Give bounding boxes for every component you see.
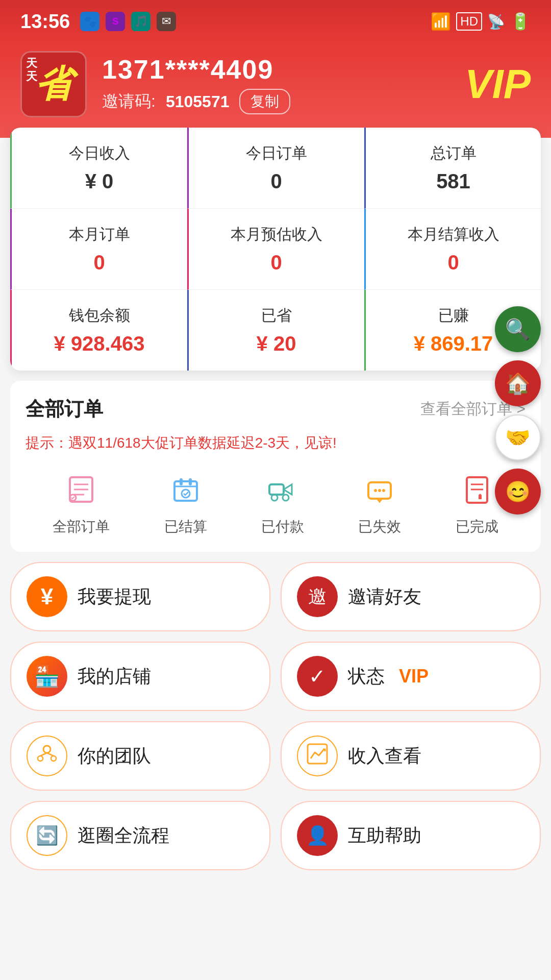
baidu-app-icon: 🐾 xyxy=(80,12,99,31)
svg-point-14 xyxy=(378,489,381,492)
svg-line-23 xyxy=(40,753,47,756)
shop-button[interactable]: 🏪 我的店铺 xyxy=(10,642,270,711)
stats-grid: 今日收入 ¥ 0 今日订单 0 总订单 581 本月订单 0 本月预估收入 0 … xyxy=(10,128,541,371)
invite-label: 邀请好友 xyxy=(348,584,421,609)
stat-today-income: 今日收入 ¥ 0 xyxy=(10,128,187,209)
vip-badge: VIP xyxy=(465,61,531,108)
stat-today-income-label: 今日收入 xyxy=(22,143,177,164)
battery-icon: 🔋 xyxy=(510,12,531,31)
browse-process-icon: 🔄 xyxy=(36,825,59,846)
home-float-button[interactable]: 🏠 xyxy=(495,360,541,406)
stat-today-orders-label: 今日订单 xyxy=(199,143,354,164)
stat-saved-label: 已省 xyxy=(199,305,354,326)
svg-point-8 xyxy=(182,489,190,498)
team-button[interactable]: 你的团队 xyxy=(10,721,270,791)
stat-month-estimated-value: 0 xyxy=(199,251,354,274)
order-tab-all[interactable]: 全部订单 xyxy=(53,469,110,536)
floating-buttons: 🔍 🏠 🤝 😊 xyxy=(495,306,541,514)
order-tab-settled-icon xyxy=(165,469,206,510)
team-icon xyxy=(35,742,59,770)
stats-row-1: 今日收入 ¥ 0 今日订单 0 总订单 581 xyxy=(10,128,541,209)
status-button[interactable]: ✓ 状态 VIP xyxy=(281,642,541,711)
yuan-icon: ¥ xyxy=(41,584,53,609)
status-label: 状态 xyxy=(348,664,385,689)
order-tab-paid[interactable]: 已付款 xyxy=(261,469,304,536)
order-tab-paid-label: 已付款 xyxy=(261,517,304,536)
order-tab-settled[interactable]: 已结算 xyxy=(164,469,207,536)
team-icon-wrap xyxy=(27,736,67,776)
wifi-icon: 📶 xyxy=(431,12,451,31)
shop-label: 我的店铺 xyxy=(78,664,151,689)
order-tab-all-icon xyxy=(61,469,102,510)
order-tabs: 全部订单 已结算 已付款 已失效 已完成 xyxy=(26,469,525,536)
orders-title: 全部订单 xyxy=(26,396,103,422)
order-tab-expired-label: 已失效 xyxy=(358,517,401,536)
signal-icon: 📡 xyxy=(487,13,505,30)
svg-point-15 xyxy=(382,489,385,492)
mail-app-icon: ✉ xyxy=(157,12,176,31)
svg-point-21 xyxy=(38,756,43,761)
svg-rect-6 xyxy=(180,478,183,485)
income-label: 收入查看 xyxy=(348,744,421,769)
browse-process-button[interactable]: 🔄 逛圈全流程 xyxy=(10,801,270,870)
copy-button[interactable]: 复制 xyxy=(239,89,290,114)
stat-total-orders-value: 581 xyxy=(376,170,531,193)
status-app-icons: 🐾 S 🎵 ✉ xyxy=(80,12,176,31)
stat-wallet-label: 钱包余额 xyxy=(22,305,177,326)
search-float-button[interactable]: 🔍 xyxy=(495,306,541,352)
mutual-help-icon-wrap: 👤 xyxy=(297,815,338,856)
handshake-float-button[interactable]: 🤝 xyxy=(495,414,541,460)
income-button[interactable]: 收入查看 xyxy=(281,721,541,791)
svg-rect-7 xyxy=(189,478,192,485)
bottom-partial-buttons: 🔄 逛圈全流程 👤 互助帮助 xyxy=(10,801,541,870)
status-time: 13:56 xyxy=(20,11,70,33)
withdraw-label: 我要提现 xyxy=(78,584,151,609)
orders-section: 全部订单 查看全部订单 > 提示：遇双11/618大促订单数据延迟2-3天，见谅… xyxy=(10,381,541,552)
invite-row: 邀请码: 5105571 复制 xyxy=(102,89,449,114)
search-icon: 🔍 xyxy=(505,317,531,341)
stat-month-orders: 本月订单 0 xyxy=(10,209,187,290)
header: 天天 省 1371****4409 邀请码: 5105571 复制 VIP xyxy=(0,41,551,138)
stat-today-orders-value: 0 xyxy=(199,170,354,193)
home-icon: 🏠 xyxy=(505,372,531,396)
actions-grid: ¥ 我要提现 邀 邀请好友 🏪 我的店铺 ✓ 状态 VIP 你的团队 xyxy=(10,562,541,791)
svg-point-11 xyxy=(283,495,289,501)
invite-icon: 邀 xyxy=(308,584,327,609)
logo-text-top: 天天 xyxy=(26,57,37,84)
app-logo: 天天 省 xyxy=(20,51,87,117)
order-tab-completed[interactable]: 已完成 xyxy=(456,469,498,536)
svg-point-20 xyxy=(43,746,51,753)
orders-section-header: 全部订单 查看全部订单 > xyxy=(26,396,525,422)
svg-point-13 xyxy=(374,489,377,492)
mutual-help-label: 互助帮助 xyxy=(348,823,421,848)
soul-app-icon: S xyxy=(106,12,125,31)
stat-total-orders-label: 总订单 xyxy=(376,143,531,164)
status-icon-wrap: ✓ xyxy=(297,656,338,697)
invite-button[interactable]: 邀 邀请好友 xyxy=(281,562,541,631)
hd-badge: HD xyxy=(456,12,482,31)
withdraw-button[interactable]: ¥ 我要提现 xyxy=(10,562,270,631)
browse-process-label: 逛圈全流程 xyxy=(78,823,169,848)
team-label: 你的团队 xyxy=(78,744,151,769)
stat-saved: 已省 ¥ 20 xyxy=(187,290,364,371)
stat-wallet-value: ¥ 928.463 xyxy=(22,332,177,355)
shop-icon-wrap: 🏪 xyxy=(27,656,67,697)
browse-process-icon-wrap: 🔄 xyxy=(27,815,67,856)
mutual-help-button[interactable]: 👤 互助帮助 xyxy=(281,801,541,870)
svg-line-24 xyxy=(47,753,54,756)
order-tab-paid-icon xyxy=(262,469,303,510)
service-icon: 😊 xyxy=(505,480,531,504)
stat-total-orders: 总订单 581 xyxy=(364,128,541,209)
chart-icon xyxy=(306,742,329,770)
status-bar: 13:56 🐾 S 🎵 ✉ 📶 HD 📡 🔋 xyxy=(0,0,551,41)
status-system-icons: 📶 HD 📡 🔋 xyxy=(431,12,531,31)
stat-month-orders-value: 0 xyxy=(22,251,177,274)
order-tab-expired-icon xyxy=(359,469,400,510)
invite-icon-wrap: 邀 xyxy=(297,576,338,617)
mutual-help-icon: 👤 xyxy=(306,825,329,846)
order-tab-expired[interactable]: 已失效 xyxy=(358,469,401,536)
invite-code: 5105571 xyxy=(166,92,230,111)
invite-label: 邀请码: xyxy=(102,90,156,113)
service-float-button[interactable]: 😊 xyxy=(495,469,541,514)
status-vip-badge: VIP xyxy=(399,666,429,687)
